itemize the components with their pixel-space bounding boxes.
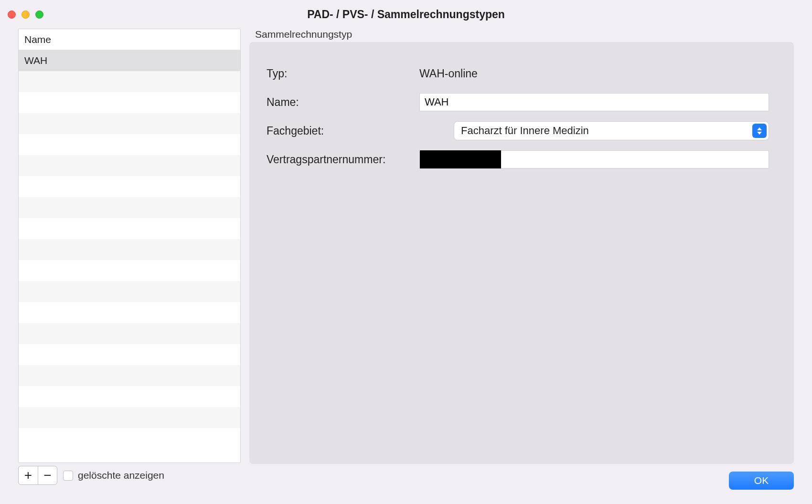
list-item[interactable] <box>19 134 240 155</box>
ok-button[interactable]: OK <box>729 472 794 490</box>
show-deleted-input[interactable] <box>63 471 73 481</box>
list-item[interactable] <box>19 281 240 302</box>
maximize-icon[interactable] <box>35 10 43 19</box>
list-item[interactable] <box>19 386 240 407</box>
list-item[interactable] <box>19 113 240 134</box>
minimize-icon[interactable] <box>21 10 30 19</box>
show-deleted-checkbox[interactable]: gelöschte anzeigen <box>63 470 164 481</box>
name-field[interactable] <box>419 93 769 111</box>
list-item[interactable] <box>19 260 240 281</box>
close-icon[interactable] <box>8 10 16 19</box>
list-item[interactable] <box>19 197 240 218</box>
add-button[interactable]: + <box>19 466 38 484</box>
vpnr-field[interactable] <box>419 150 769 168</box>
window-controls <box>8 10 43 19</box>
label-name: Name: <box>267 96 419 109</box>
show-deleted-label: gelöschte anzeigen <box>78 470 164 481</box>
titlebar: PAD- / PVS- / Sammelrechnungstypen <box>0 0 812 29</box>
value-typ: WAH-online <box>419 67 478 80</box>
window-title: PAD- / PVS- / Sammelrechnungstypen <box>0 8 812 21</box>
label-fachgebiet: Fachgebiet: <box>267 125 419 137</box>
label-typ: Typ: <box>267 67 419 80</box>
list-item[interactable] <box>19 344 240 365</box>
chevron-updown-icon <box>752 124 767 138</box>
remove-button[interactable]: − <box>38 466 57 484</box>
list-item[interactable] <box>19 407 240 428</box>
type-list[interactable]: Name WAH <box>18 29 241 463</box>
list-item[interactable] <box>19 302 240 323</box>
list-item[interactable] <box>19 71 240 92</box>
redacted-value <box>420 150 501 168</box>
detail-panel: Typ: WAH-online Name: Fachgebiet: Fachar… <box>249 42 794 464</box>
fachgebiet-value: Facharzt für Innere Medizin <box>461 125 589 137</box>
group-caption: Sammelrechnungstyp <box>255 29 794 40</box>
list-item[interactable] <box>19 155 240 176</box>
list-item[interactable] <box>19 92 240 113</box>
fachgebiet-select[interactable]: Facharzt für Innere Medizin <box>454 121 769 140</box>
list-item[interactable] <box>19 218 240 239</box>
list-item[interactable] <box>19 365 240 386</box>
list-column-header[interactable]: Name <box>19 29 240 50</box>
list-item[interactable] <box>19 428 240 449</box>
label-vpnr: Vertragspartnernummer: <box>267 153 419 166</box>
list-item[interactable] <box>19 323 240 344</box>
list-item[interactable] <box>19 239 240 260</box>
list-item[interactable] <box>19 176 240 197</box>
list-item[interactable]: WAH <box>19 50 240 71</box>
